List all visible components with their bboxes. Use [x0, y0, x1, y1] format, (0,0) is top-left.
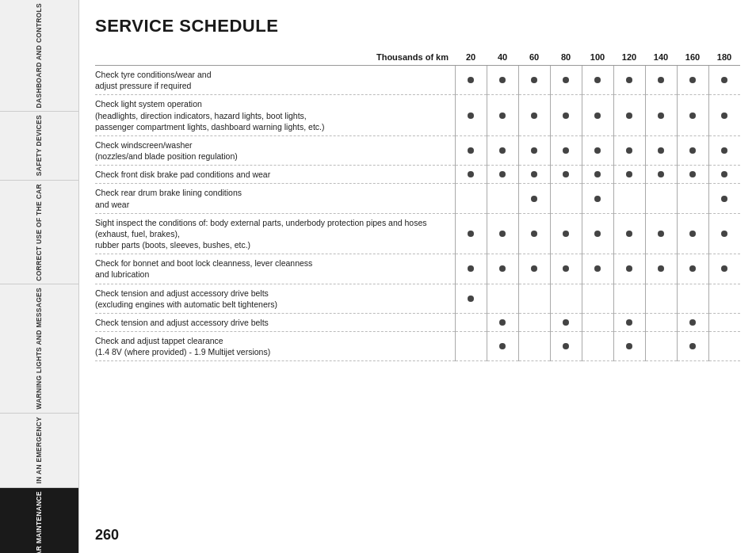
cell-r2-c3 [550, 135, 582, 165]
dot-icon [689, 147, 696, 154]
dot-icon [563, 231, 569, 237]
cell-r3-c0 [455, 166, 487, 184]
cell-r6-c1 [487, 254, 518, 284]
dot-icon [658, 231, 664, 237]
cell-r9-c8 [708, 332, 740, 361]
row-description-5: Sight inspect the conditions of: body ex… [95, 213, 455, 254]
sidebar-item-safety-devices[interactable]: SAFETY DEVICES [0, 112, 78, 180]
cell-r1-c6 [645, 95, 677, 136]
sidebar-item-warning-lights[interactable]: WARNING LIGHTS AND MESSAGES [0, 284, 78, 414]
cell-r6-c3 [550, 254, 582, 284]
dot-icon [721, 265, 727, 272]
dot-icon [626, 343, 632, 349]
table-row: Check windscreen/washer(nozzles/and blad… [95, 135, 740, 165]
dot-icon [594, 231, 601, 237]
sidebar-item-dashboard-controls[interactable]: DASHBOARD AND CONTROLS [0, 0, 78, 112]
cell-r0-c7 [677, 66, 708, 95]
cell-r6-c7 [677, 254, 708, 284]
cell-r8-c7 [677, 313, 708, 331]
km-header-40: 40 [487, 49, 518, 66]
dot-icon [689, 77, 696, 83]
cell-r9-c7 [677, 332, 708, 361]
cell-r7-c5 [613, 284, 645, 313]
table-row: Check rear drum brake lining conditionsa… [95, 184, 740, 213]
cell-r5-c7 [677, 213, 708, 254]
cell-r0-c0 [455, 66, 487, 95]
dot-icon [721, 147, 727, 154]
cell-r1-c8 [708, 95, 740, 136]
cell-r6-c4 [582, 254, 613, 284]
cell-r0-c5 [613, 66, 645, 95]
cell-r2-c6 [645, 135, 677, 165]
dot-icon [626, 319, 632, 326]
dot-icon [468, 265, 474, 272]
dot-icon [563, 343, 569, 349]
table-header-row: Thousands of km 20406080100120140160180 [95, 49, 740, 66]
km-header-60: 60 [518, 49, 550, 66]
cell-r7-c8 [708, 284, 740, 313]
dot-icon [468, 231, 474, 237]
dot-icon [468, 113, 474, 119]
page-number: 260 [79, 527, 119, 543]
cell-r3-c2 [518, 166, 550, 184]
dot-icon [531, 171, 537, 177]
page-title: SERVICE SCHEDULE [95, 16, 740, 36]
cell-r9-c2 [518, 332, 550, 361]
dot-icon [499, 77, 506, 83]
cell-r5-c8 [708, 213, 740, 254]
table-row: Check for bonnet and boot lock cleanness… [95, 254, 740, 284]
cell-r7-c0 [455, 284, 487, 313]
cell-r0-c8 [708, 66, 740, 95]
desc-header: Thousands of km [95, 49, 455, 66]
dot-icon [563, 265, 569, 272]
dot-icon [468, 296, 474, 302]
cell-r0-c1 [487, 66, 518, 95]
dot-icon [689, 171, 696, 177]
dot-icon [468, 77, 474, 83]
cell-r2-c2 [518, 135, 550, 165]
dot-icon [626, 147, 632, 154]
dot-icon [531, 147, 537, 154]
dot-icon [499, 265, 506, 272]
table-row: Check tyre conditions/wear andadjust pre… [95, 66, 740, 95]
cell-r0-c2 [518, 66, 550, 95]
dot-icon [689, 113, 696, 119]
cell-r8-c1 [487, 313, 518, 331]
cell-r4-c3 [550, 184, 582, 213]
dot-icon [531, 265, 537, 272]
cell-r2-c1 [487, 135, 518, 165]
dot-icon [594, 113, 601, 119]
sidebar-item-emergency[interactable]: IN AN EMERGENCY [0, 414, 78, 487]
dot-icon [658, 113, 664, 119]
row-description-7: Check tension and adjust accessory drive… [95, 284, 455, 313]
cell-r2-c0 [455, 135, 487, 165]
row-description-3: Check front disk brake pad conditions an… [95, 166, 455, 184]
cell-r1-c0 [455, 95, 487, 136]
dot-icon [626, 77, 632, 83]
dot-icon [594, 265, 601, 272]
main-content: SERVICE SCHEDULE Thousands of km 2040608… [79, 0, 756, 553]
dot-icon [721, 171, 727, 177]
cell-r8-c6 [645, 313, 677, 331]
dot-icon [626, 265, 632, 272]
row-description-8: Check tension and adjust accessory drive… [95, 313, 455, 331]
cell-r6-c2 [518, 254, 550, 284]
dot-icon [658, 147, 664, 154]
table-row: Check tension and adjust accessory drive… [95, 313, 740, 331]
dot-icon [689, 231, 696, 237]
sidebar-item-car-maintenance[interactable]: CAR MAINTENANCE [0, 488, 78, 553]
cell-r1-c5 [613, 95, 645, 136]
dot-icon [721, 113, 727, 119]
cell-r7-c1 [487, 284, 518, 313]
dot-icon [658, 265, 664, 272]
cell-r5-c4 [582, 213, 613, 254]
dot-icon [531, 231, 537, 237]
cell-r0-c3 [550, 66, 582, 95]
dot-icon [594, 147, 601, 154]
cell-r3-c5 [613, 166, 645, 184]
cell-r5-c2 [518, 213, 550, 254]
dot-icon [626, 231, 632, 237]
km-header-180: 180 [708, 49, 740, 66]
dot-icon [721, 231, 727, 237]
sidebar-item-correct-use[interactable]: CORRECT USE OF THE CAR [0, 181, 78, 285]
